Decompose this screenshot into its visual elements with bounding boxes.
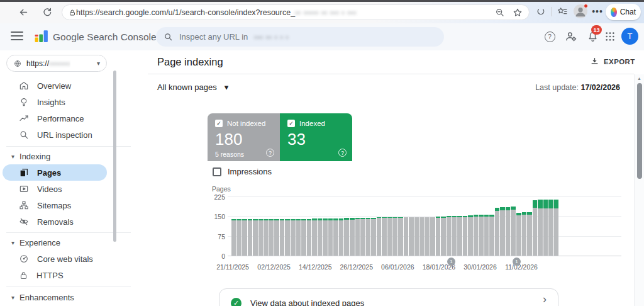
chart-bar[interactable] (371, 218, 376, 256)
chart-bar[interactable] (463, 216, 468, 256)
chart-bar[interactable] (533, 200, 538, 256)
chart-bar[interactable] (484, 215, 489, 256)
sidebar-item-url-inspection[interactable]: URL inspection (0, 127, 119, 143)
export-button[interactable]: EXPORT (590, 57, 635, 66)
refresh-icon[interactable] (40, 5, 54, 19)
chart-bar[interactable] (511, 207, 516, 256)
help-icon[interactable]: ? (542, 29, 557, 44)
browser-profile-avatar[interactable] (574, 4, 587, 18)
chart-bar[interactable] (344, 218, 349, 256)
chart-bar[interactable] (269, 219, 274, 256)
chart-bar[interactable] (382, 217, 387, 256)
chart-bar[interactable] (506, 207, 511, 256)
main-scrollbar-thumb[interactable] (637, 83, 642, 179)
chart-bar[interactable] (392, 217, 397, 256)
chart-bar[interactable] (447, 216, 452, 256)
chart-bar[interactable] (495, 208, 500, 256)
sidebar-scrollbar-thumb[interactable] (113, 71, 116, 242)
chart-bar[interactable] (237, 219, 242, 256)
sidebar-item-removals[interactable]: Removals (0, 213, 119, 230)
help-icon[interactable]: ? (338, 149, 347, 157)
sidebar-item-https[interactable]: HTTPS (0, 267, 119, 283)
chart-bar[interactable] (414, 217, 419, 256)
impressions-toggle[interactable]: Impressions (213, 167, 272, 176)
sidebar-item-overview[interactable]: Overview (0, 77, 119, 94)
chart-bar[interactable] (248, 219, 253, 256)
help-icon[interactable]: ? (266, 149, 274, 157)
not-indexed-reasons[interactable]: 5 reasons (215, 150, 272, 158)
copilot-chat-button[interactable]: Chat (606, 4, 641, 20)
chart-bar[interactable] (468, 215, 473, 256)
chart-bar[interactable] (452, 216, 457, 256)
chart-bar[interactable] (548, 200, 553, 256)
section-enhancements[interactable]: ▾ Enhancements (11, 291, 74, 303)
account-avatar[interactable]: T (621, 28, 638, 45)
chart-bar[interactable] (285, 219, 290, 256)
chart-bar[interactable] (360, 218, 365, 256)
chart-bar[interactable] (404, 217, 409, 256)
chart-bar[interactable] (296, 219, 301, 256)
chart-bar[interactable] (377, 217, 382, 256)
favorite-star-icon[interactable] (513, 8, 523, 18)
annotation-marker[interactable]: 1 (447, 258, 455, 266)
checkbox-unchecked-icon[interactable] (213, 167, 221, 176)
chart-bar[interactable] (500, 207, 505, 256)
chart-bar[interactable] (350, 218, 355, 256)
chart-bar[interactable] (409, 217, 414, 256)
chart-bar[interactable] (419, 217, 425, 256)
browser-menu-icon[interactable]: ••• (591, 5, 604, 18)
chart-bar[interactable] (323, 218, 328, 256)
chart-bar[interactable] (430, 217, 435, 256)
sidebar-item-core-web-vitals[interactable]: Core web vitals (0, 251, 119, 267)
chart-bar[interactable] (339, 218, 344, 256)
zoom-out-icon[interactable] (495, 8, 505, 18)
chart-bar[interactable] (312, 218, 317, 256)
chart-bar[interactable] (264, 219, 269, 256)
sidebar-item-insights[interactable]: Insights (0, 94, 119, 110)
chart-bar[interactable] (231, 219, 236, 256)
page-filter-dropdown[interactable]: All known pages ▾ (157, 82, 228, 92)
chart-bar[interactable] (253, 219, 258, 256)
view-indexed-data-card[interactable]: ✓ View data about indexed pages › (219, 288, 558, 306)
menu-icon[interactable] (11, 31, 23, 40)
checkbox-checked-icon[interactable]: ✓ (287, 120, 295, 127)
chart-bar[interactable] (280, 219, 285, 256)
chart-bar[interactable] (522, 212, 527, 256)
sidebar-item-sitemaps[interactable]: Sitemaps (0, 197, 119, 213)
chart-bar[interactable] (543, 200, 548, 256)
back-icon[interactable] (16, 5, 30, 19)
main-scrollbar[interactable]: ▲ (634, 74, 644, 306)
chart-bar[interactable] (333, 218, 338, 256)
chart-bar[interactable] (291, 219, 296, 256)
sidebar-item-pages[interactable]: Pages (3, 164, 107, 181)
chart-bar[interactable] (242, 219, 247, 256)
chart-bar[interactable] (489, 215, 494, 256)
scroll-up-arrow-icon[interactable]: ▲ (637, 76, 641, 81)
chart-bar[interactable] (457, 216, 462, 256)
not-indexed-card[interactable]: ✓ Not indexed 180 5 reasons ? (208, 113, 280, 161)
chart-bar[interactable] (554, 200, 559, 256)
chart-bar[interactable] (301, 219, 306, 256)
user-settings-icon[interactable] (564, 29, 579, 44)
sidebar-item-performance[interactable]: Performance (0, 110, 119, 127)
chart-bar[interactable] (328, 218, 333, 256)
chart-bar[interactable] (366, 218, 371, 256)
sidebar-item-videos[interactable]: Videos (0, 181, 119, 197)
chart-bar[interactable] (527, 212, 532, 256)
chart-bar[interactable] (307, 219, 312, 256)
chart-bar[interactable] (318, 218, 323, 256)
chart-bar[interactable] (538, 200, 543, 256)
annotation-marker[interactable]: 1 (513, 258, 521, 266)
chart-bar[interactable] (274, 219, 279, 256)
url-inspect-searchbox[interactable]: Inspect any URL in ••• •• • • • (156, 27, 444, 47)
chart-bar[interactable] (474, 215, 479, 256)
address-bar[interactable]: https://search.google.com/u/1/search-con… (62, 4, 530, 20)
section-experience[interactable]: ▾ Experience (11, 236, 60, 249)
google-apps-grid-icon[interactable] (602, 29, 618, 44)
chevron-right-icon[interactable]: › (543, 293, 547, 306)
checkbox-checked-icon[interactable]: ✓ (215, 120, 223, 127)
section-indexing[interactable]: ▾ Indexing (11, 150, 50, 162)
chart-bar[interactable] (398, 217, 403, 256)
chart-bar[interactable] (425, 217, 430, 256)
chart-bar[interactable] (355, 218, 360, 256)
